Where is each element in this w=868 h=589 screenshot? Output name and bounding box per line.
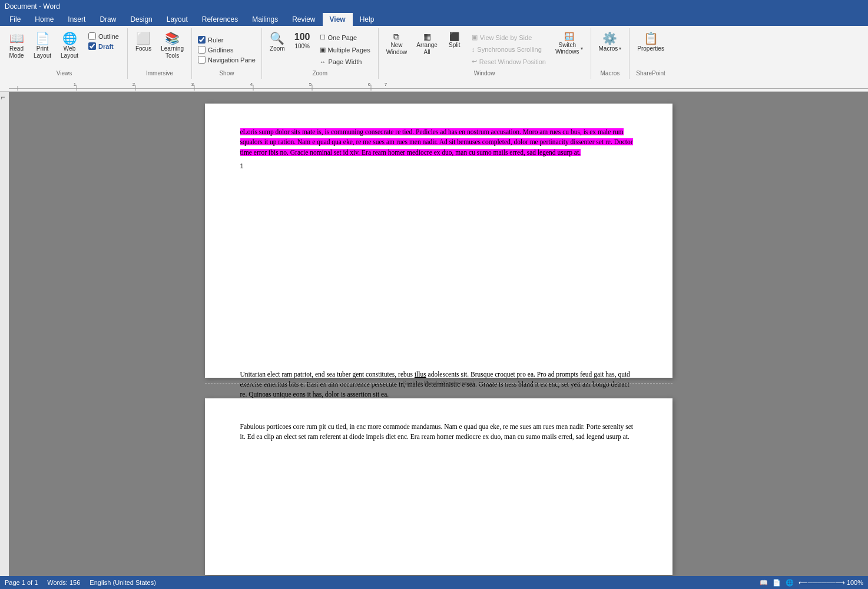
ribbon-group-sharepoint: 📋 Properties SharePoint (630, 28, 672, 79)
macros-label-row: Macros ▾ (599, 45, 622, 52)
zoom-slider[interactable]: ⟵──────⟶ 100% (799, 579, 863, 587)
tab-review[interactable]: Review (285, 13, 322, 26)
properties-label: Properties (637, 45, 664, 52)
document-scroll-area[interactable]: eLoris sump dolor sits mate is, is commu… (9, 92, 868, 587)
gridlines-label: Gridlines (208, 46, 233, 54)
page-width-button[interactable]: ↔ Page Width (317, 56, 373, 67)
ribbon-group-show: Ruler Gridlines Navigation Pane Show (192, 28, 262, 79)
zoom-button[interactable]: 🔍 Zoom (266, 29, 289, 55)
print-layout-label: PrintLayout (34, 45, 51, 59)
arrange-all-icon: ▦ (423, 32, 431, 41)
macros-group-label: Macros (595, 70, 626, 78)
document-page-2: Fabulous porticoes core rum pit cu tied,… (205, 398, 672, 575)
web-layout-button[interactable]: 🌐 WebLayout (57, 29, 82, 62)
print-layout-icon: 📄 (35, 32, 50, 44)
properties-icon: 📋 (644, 32, 658, 44)
language: English (United States) (90, 579, 156, 586)
macros-button[interactable]: ⚙️ Macros ▾ (595, 29, 626, 55)
navigation-pane-checkbox[interactable] (198, 56, 206, 64)
multiple-pages-icon: ▣ (320, 46, 326, 54)
one-page-icon: ☐ (320, 34, 326, 41)
outline-checkbox[interactable] (88, 32, 96, 40)
gridlines-checkbox[interactable] (198, 46, 206, 54)
svg-text:2: 2 (132, 82, 135, 87)
selected-text-span: eLoris sump dolor sits mate is, is commu… (240, 128, 633, 156)
draft-checkbox-row[interactable]: Draft (86, 42, 121, 51)
view-side-by-side-button[interactable]: ▣ View Side by Side (469, 32, 549, 43)
switch-windows-arrow: ▾ (581, 46, 583, 51)
tab-draw[interactable]: Draw (92, 13, 123, 26)
100pct-label: 100% (294, 43, 310, 50)
reset-window-position-icon: ↩ (472, 58, 477, 65)
window-items: ⧉ NewWindow ▦ ArrangeAll ⬛ Split ▣ View … (382, 29, 587, 70)
draft-checkbox[interactable] (88, 42, 96, 50)
print-layout-button[interactable]: 📄 PrintLayout (29, 29, 55, 62)
tab-design[interactable]: Design (123, 13, 159, 26)
multiple-pages-button[interactable]: ▣ Multiple Pages (317, 44, 373, 55)
show-items: Ruler Gridlines Navigation Pane (196, 29, 258, 70)
show-group-label: Show (196, 70, 258, 78)
view-mode-print[interactable]: 📄 (773, 579, 781, 587)
read-mode-icon: 📖 (9, 32, 24, 44)
reset-window-position-button[interactable]: ↩ Reset Window Position (469, 56, 549, 67)
outline-label: Outline (98, 33, 119, 40)
page-number-1: 1 (240, 162, 637, 169)
synchronous-scrolling-icon: ↕ (472, 46, 475, 53)
immersive-buttons: ⬜ Focus 📚 LearningTools (131, 29, 188, 70)
views-group-label: Views (5, 70, 124, 78)
ruler-checkbox-row[interactable]: Ruler (196, 35, 226, 44)
svg-rect-1 (9, 88, 868, 89)
ruler-checkbox[interactable] (198, 36, 206, 44)
navigation-pane-checkbox-row[interactable]: Navigation Pane (196, 55, 258, 64)
arrange-all-button[interactable]: ▦ ArrangeAll (412, 29, 442, 59)
svg-text:1: 1 (74, 82, 77, 87)
tab-references[interactable]: References (195, 13, 245, 26)
tab-insert[interactable]: Insert (61, 13, 92, 26)
multiple-pages-label: Multiple Pages (328, 46, 370, 54)
svg-rect-0 (9, 80, 868, 91)
tab-home[interactable]: Home (28, 13, 61, 26)
tab-file[interactable]: File (2, 13, 28, 26)
focus-label: Focus (135, 45, 151, 52)
view-mode-read[interactable]: 📖 (760, 579, 768, 587)
macros-arrow: ▾ (619, 46, 621, 51)
100pct-button[interactable]: 100 100% (290, 29, 314, 53)
outline-checkbox-row[interactable]: Outline (86, 32, 121, 41)
arrange-all-label: ArrangeAll (416, 42, 438, 56)
switch-windows-label: SwitchWindows (555, 42, 579, 55)
gridlines-checkbox-row[interactable]: Gridlines (196, 45, 236, 54)
page-width-label: Page Width (329, 58, 362, 65)
one-page-button[interactable]: ☐ One Page (317, 32, 373, 43)
100pct-icon: 100 (294, 32, 310, 42)
learning-tools-button[interactable]: 📚 LearningTools (157, 29, 188, 62)
tab-layout[interactable]: Layout (160, 13, 195, 26)
split-icon: ⬛ (449, 32, 459, 41)
sharepoint-items: 📋 Properties (633, 29, 668, 70)
switch-windows-button[interactable]: 🪟 SwitchWindows ▾ (551, 29, 587, 58)
navigation-pane-label: Navigation Pane (208, 56, 256, 64)
new-window-label: NewWindow (386, 42, 408, 56)
focus-button[interactable]: ⬜ Focus (131, 29, 155, 55)
read-mode-button[interactable]: 📖 ReadMode (5, 29, 28, 62)
view-side-by-side-icon: ▣ (472, 34, 478, 41)
ribbon-group-immersive: ⬜ Focus 📚 LearningTools Immersive (128, 28, 192, 79)
synchronous-scrolling-button[interactable]: ↕ Synchronous Scrolling (469, 44, 549, 55)
tab-help[interactable]: Help (353, 13, 382, 26)
svg-text:6: 6 (368, 82, 371, 87)
page-width-icon: ↔ (320, 58, 326, 65)
window-group-label: Window (382, 70, 587, 78)
new-window-button[interactable]: ⧉ NewWindow (382, 29, 412, 59)
word-count: Words: 156 (47, 579, 80, 586)
svg-text:4: 4 (250, 82, 253, 87)
properties-button[interactable]: 📋 Properties (633, 29, 668, 55)
macros-label: Macros (599, 45, 618, 52)
svg-text:7: 7 (385, 82, 387, 87)
paragraph-1-selected[interactable]: eLoris sump dolor sits mate is, is commu… (240, 127, 637, 158)
zoom-icon: 🔍 (270, 32, 284, 44)
view-mode-web[interactable]: 🌐 (786, 579, 794, 587)
split-button[interactable]: ⬛ Split (443, 29, 466, 52)
document-page-1: eLoris sump dolor sits mate is, is commu… (205, 104, 672, 378)
new-window-icon: ⧉ (393, 32, 399, 41)
tab-mailings[interactable]: Mailings (245, 13, 285, 26)
tab-view[interactable]: View (323, 13, 353, 26)
